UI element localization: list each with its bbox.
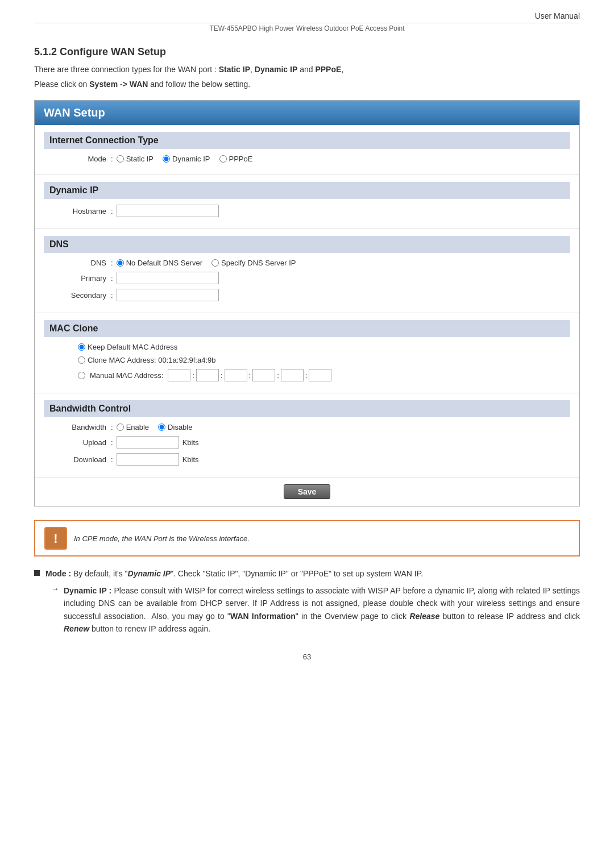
bw-enable-option[interactable]: Enable	[117, 423, 149, 431]
mode-row: Mode : Static IP Dynamic IP PPPoE	[44, 155, 570, 163]
primary-dns-input[interactable]	[117, 272, 219, 284]
bullet-main-text: Mode : By default, it's "Dynamic IP". Ch…	[45, 568, 423, 580]
user-manual-label: User Manual	[535, 11, 580, 20]
mac-default-label: Keep Default MAC Address	[88, 343, 177, 351]
mac-manual-row: Manual MAC Address: : : : : :	[44, 369, 570, 381]
bullet-main-mode: Mode : By default, it's "Dynamic IP". Ch…	[34, 568, 580, 580]
primary-label: Primary	[49, 274, 106, 283]
mac-address-fields: : : : : :	[168, 369, 331, 381]
note-box: ! In CPE mode, the WAN Port is the Wirel…	[34, 520, 580, 556]
mac-manual-radio[interactable]	[78, 372, 85, 379]
page-number: 63	[303, 653, 311, 661]
mac-default-row: Keep Default MAC Address	[44, 343, 570, 351]
upload-unit: Kbits	[182, 438, 199, 447]
upload-input[interactable]	[117, 436, 179, 448]
mac-field-4[interactable]	[252, 369, 275, 381]
mac-field-6[interactable]	[309, 369, 331, 381]
mac-default-option[interactable]: Keep Default MAC Address	[78, 343, 177, 351]
svg-text:!: !	[53, 531, 57, 546]
dynamic-ip-radio[interactable]	[163, 155, 170, 163]
internet-connection-section: Internet Connection Type Mode : Static I…	[35, 125, 579, 175]
dynamic-ip-sub: → Dynamic IP : Please consult with WISP …	[51, 584, 580, 636]
mac-clone-row: Clone MAC Address: 00:1a:92:9f:a4:9b	[44, 356, 570, 364]
static-ip-radio[interactable]	[117, 155, 124, 163]
mac-field-2[interactable]	[196, 369, 219, 381]
specify-dns-label: Specify DNS Server IP	[221, 259, 296, 267]
bullet-section-mode: Mode : By default, it's "Dynamic IP". Ch…	[34, 568, 580, 636]
no-default-dns-label: No Default DNS Server	[126, 259, 202, 267]
pppoe-option[interactable]: PPPoE	[219, 155, 253, 163]
mode-radio-group: Static IP Dynamic IP PPPoE	[117, 155, 253, 163]
internet-connection-header: Internet Connection Type	[44, 132, 570, 149]
specify-dns-radio[interactable]	[211, 259, 219, 267]
bw-disable-radio[interactable]	[158, 423, 165, 431]
mac-manual-label: Manual MAC Address:	[90, 371, 163, 380]
pppoe-radio[interactable]	[219, 155, 227, 163]
secondary-label: Secondary	[49, 291, 106, 300]
dynamic-ip-section: Dynamic IP Hostname :	[35, 175, 579, 229]
section-title: 5.1.2 Configure WAN Setup	[34, 46, 166, 57]
hostname-row: Hostname :	[44, 205, 570, 217]
mac-field-5[interactable]	[281, 369, 304, 381]
mac-clone-label: Clone MAC Address: 00:1a:92:9f:a4:9b	[88, 356, 215, 364]
mac-manual-option[interactable]: Manual MAC Address:	[78, 371, 163, 380]
dns-mode-row: DNS : No Default DNS Server Specify DNS …	[44, 259, 570, 267]
no-default-dns-radio[interactable]	[117, 259, 124, 267]
bandwidth-section: Bandwidth Control Bandwidth : Enable Dis…	[35, 393, 579, 477]
intro-text-2: Please click on System -> WAN and follow…	[34, 80, 250, 89]
dns-section-header: DNS	[44, 236, 570, 253]
bw-disable-option[interactable]: Disable	[158, 423, 192, 431]
intro-text-1: There are three connection types for the…	[34, 65, 343, 74]
upload-row: Upload : Kbits	[44, 436, 570, 448]
bw-enable-radio[interactable]	[117, 423, 124, 431]
wan-setup-box: WAN Setup Internet Connection Type Mode …	[34, 100, 580, 506]
mode-label: Mode	[49, 155, 106, 163]
arrow-icon: →	[51, 584, 59, 593]
bandwidth-header: Bandwidth Control	[44, 400, 570, 417]
note-icon: !	[44, 527, 67, 550]
mac-clone-section: MAC Clone Keep Default MAC Address Clone…	[35, 313, 579, 393]
mac-default-radio[interactable]	[78, 343, 85, 351]
dynamic-ip-sub-text: Dynamic IP : Please consult with WISP fo…	[64, 584, 580, 636]
dns-radio-group: No Default DNS Server Specify DNS Server…	[117, 259, 296, 267]
dns-section: DNS DNS : No Default DNS Server Specify …	[35, 229, 579, 313]
static-ip-option[interactable]: Static IP	[117, 155, 154, 163]
dynamic-ip-option[interactable]: Dynamic IP	[163, 155, 210, 163]
mac-clone-header: MAC Clone	[44, 320, 570, 337]
no-default-dns-option[interactable]: No Default DNS Server	[117, 259, 202, 267]
download-row: Download : Kbits	[44, 453, 570, 466]
bw-disable-label: Disable	[168, 423, 192, 431]
wan-setup-header: WAN Setup	[35, 101, 579, 125]
static-ip-label: Static IP	[126, 155, 154, 163]
secondary-dns-input[interactable]	[117, 289, 219, 301]
mac-clone-option[interactable]: Clone MAC Address: 00:1a:92:9f:a4:9b	[78, 356, 215, 364]
bandwidth-label: Bandwidth	[49, 423, 106, 431]
mac-field-1[interactable]	[168, 369, 190, 381]
device-subtitle: TEW-455APBO High Power Wireless Outdoor …	[209, 24, 404, 32]
primary-dns-row: Primary :	[44, 272, 570, 284]
hostname-input[interactable]	[117, 205, 219, 217]
bandwidth-mode-row: Bandwidth : Enable Disable	[44, 423, 570, 431]
specify-dns-option[interactable]: Specify DNS Server IP	[211, 259, 296, 267]
hostname-label: Hostname	[49, 207, 106, 215]
secondary-dns-row: Secondary :	[44, 289, 570, 301]
note-text: In CPE mode, the WAN Port is the Wireles…	[74, 534, 250, 543]
upload-label: Upload	[49, 438, 106, 447]
dns-label: DNS	[49, 259, 106, 267]
pppoe-label: PPPoE	[229, 155, 253, 163]
bullet-square-icon	[34, 570, 40, 576]
download-label: Download	[49, 455, 106, 464]
mode-colon: :	[111, 155, 113, 163]
bw-enable-label: Enable	[126, 423, 149, 431]
save-row: Save	[35, 477, 579, 506]
dynamic-ip-section-header: Dynamic IP	[44, 182, 570, 199]
bandwidth-radio-group: Enable Disable	[117, 423, 193, 431]
mac-field-3[interactable]	[225, 369, 247, 381]
save-button[interactable]: Save	[284, 484, 331, 499]
download-input[interactable]	[117, 453, 179, 466]
download-unit: Kbits	[182, 455, 199, 464]
dynamic-ip-label: Dynamic IP	[172, 155, 210, 163]
mac-clone-radio[interactable]	[78, 356, 85, 364]
